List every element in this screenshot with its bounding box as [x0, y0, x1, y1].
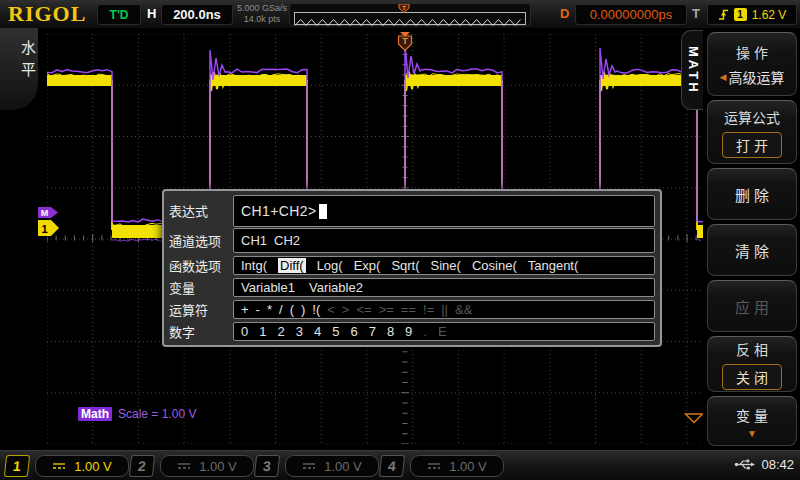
horizontal-label: H [147, 6, 156, 21]
formula-open-button[interactable]: 打 开 [722, 132, 782, 158]
menu-page-indicator-icon[interactable] [684, 413, 704, 424]
clear-button[interactable]: 清 除 [735, 240, 769, 261]
math-position-marker[interactable]: M [38, 207, 58, 218]
trigger-level-value: 1.62 V [752, 8, 787, 22]
advanced-operation-button[interactable]: ◀ 高级运算 [720, 67, 785, 87]
variable-button[interactable]: 变 量 [736, 405, 768, 425]
channel-options-list: CH1CH2 [233, 228, 655, 253]
memory-window [294, 12, 526, 25]
option-token[interactable]: Tangent( [528, 258, 579, 273]
option-token[interactable]: + [241, 302, 249, 317]
option-token[interactable]: 3 [296, 324, 303, 339]
option-token[interactable]: Variable2 [309, 280, 363, 295]
option-token[interactable]: Sine( [431, 258, 461, 273]
menu-group-clear: 清 除 [707, 224, 797, 276]
operation-header: 操 作 [736, 42, 768, 62]
option-token[interactable]: Diff( [278, 258, 306, 273]
option-token[interactable]: - [256, 302, 260, 317]
menu-group-operation: 操 作 ◀ 高级运算 [707, 32, 797, 96]
option-token[interactable]: >= [379, 302, 394, 317]
option-token[interactable]: 2 [277, 324, 284, 339]
option-token[interactable]: CH1 [241, 233, 267, 248]
channel-2-status[interactable]: 2 1.00 V [130, 455, 254, 477]
option-token[interactable]: Variable1 [241, 280, 295, 295]
top-status-bar: RIGOL T'D H 200.0ns 5.000 GSa/s 14.0k pt… [0, 0, 800, 29]
text-cursor [319, 204, 327, 219]
option-token[interactable]: Log( [317, 258, 343, 273]
variables-label: 变量 [169, 278, 233, 297]
option-token[interactable]: !( [312, 302, 320, 317]
option-token[interactable]: && [455, 302, 472, 317]
option-token[interactable]: Sqrt( [391, 258, 419, 273]
math-scale-value: Scale = 1.00 V [118, 407, 196, 421]
channel-4-badge[interactable]: 4 [379, 455, 405, 477]
option-token[interactable]: > [342, 302, 350, 317]
svg-text:M: M [41, 208, 49, 218]
ch1-position-marker[interactable]: 1 [38, 220, 59, 236]
trigger-label: T [692, 6, 700, 21]
option-token[interactable]: ( [290, 302, 294, 317]
invert-header: 反 相 [736, 339, 768, 359]
operators-row: 运算符 +-*/()!(<><=>===!=||&& [169, 300, 655, 319]
option-token[interactable]: != [423, 302, 434, 317]
tab-horizontal-menu[interactable]: 水平 [0, 28, 38, 110]
option-token[interactable]: 7 [369, 324, 376, 339]
trigger-position-marker[interactable]: T [397, 32, 413, 52]
delay-label: D [560, 6, 569, 21]
option-token[interactable]: Cosine( [472, 258, 517, 273]
svg-text:T: T [402, 36, 408, 46]
option-token[interactable]: <= [356, 302, 371, 317]
option-token[interactable]: E [438, 324, 447, 339]
apply-button[interactable]: 应 用 [735, 296, 769, 317]
digits-row: 数字 0123456789.E [169, 322, 655, 341]
function-options-row: 函数选项 Intg(Diff(Log(Exp(Sqrt(Sine(Cosine(… [169, 256, 655, 275]
tab-math-menu[interactable]: MATH [681, 30, 705, 110]
option-token[interactable]: Intg( [241, 258, 267, 273]
trigger-settings-readout[interactable]: 1 1.62 V [707, 4, 797, 25]
sample-rate: 5.000 GSa/s [234, 3, 290, 14]
channel-1-status[interactable]: 1 1.00 V [5, 455, 129, 477]
trigger-position-icon[interactable]: T [398, 4, 410, 13]
option-token[interactable]: Exp( [354, 258, 381, 273]
option-token[interactable]: 5 [332, 324, 339, 339]
operators-label: 运算符 [169, 300, 233, 319]
acquisition-info: 5.000 GSa/s 14.0k pts [234, 3, 290, 25]
option-token[interactable]: CH2 [274, 233, 300, 248]
option-token[interactable]: 9 [405, 324, 412, 339]
option-token[interactable]: 6 [350, 324, 357, 339]
expression-input[interactable]: CH1+CH2> [233, 195, 655, 227]
time-value: 08:42 [761, 457, 794, 472]
channel-1-scale: 1.00 V [35, 455, 129, 477]
option-token[interactable]: / [279, 302, 283, 317]
delay-readout: 0.00000000ps [575, 4, 687, 25]
option-token[interactable]: < [327, 302, 335, 317]
option-token[interactable]: || [441, 302, 448, 317]
svg-text:1: 1 [41, 223, 47, 235]
option-token[interactable]: ) [301, 302, 305, 317]
option-token[interactable]: 4 [314, 324, 321, 339]
option-token[interactable]: 8 [387, 324, 394, 339]
channel-1-badge[interactable]: 1 [4, 455, 30, 477]
expression-row: 表达式 CH1+CH2> [169, 195, 655, 225]
delete-button[interactable]: 删 除 [735, 184, 769, 205]
channel-4-scale: 1.00 V [410, 455, 504, 477]
channel-2-badge[interactable]: 2 [129, 455, 155, 477]
channel-position-markers: M 1 [38, 203, 60, 241]
memory-waveform-icon [295, 18, 523, 27]
option-token[interactable]: 1 [259, 324, 266, 339]
dc-coupling-icon [52, 461, 66, 471]
timebase-readout[interactable]: 200.0ns [161, 4, 233, 25]
option-token[interactable]: == [401, 302, 416, 317]
waveform-memory-strip[interactable]: T [289, 3, 531, 26]
function-options-label: 函数选项 [169, 256, 233, 275]
trigger-status-badge: T'D [97, 4, 141, 25]
channel-3-status[interactable]: 3 1.00 V [255, 455, 379, 477]
option-token[interactable]: 0 [241, 324, 248, 339]
menu-group-delete: 删 除 [707, 168, 797, 220]
option-token[interactable]: . [423, 324, 427, 339]
function-options-list: Intg(Diff(Log(Exp(Sqrt(Sine(Cosine(Tange… [233, 256, 655, 275]
option-token[interactable]: * [267, 302, 272, 317]
channel-4-status[interactable]: 4 1.00 V [380, 455, 504, 477]
channel-3-badge[interactable]: 3 [254, 455, 280, 477]
invert-off-button[interactable]: 关 闭 [722, 364, 782, 390]
